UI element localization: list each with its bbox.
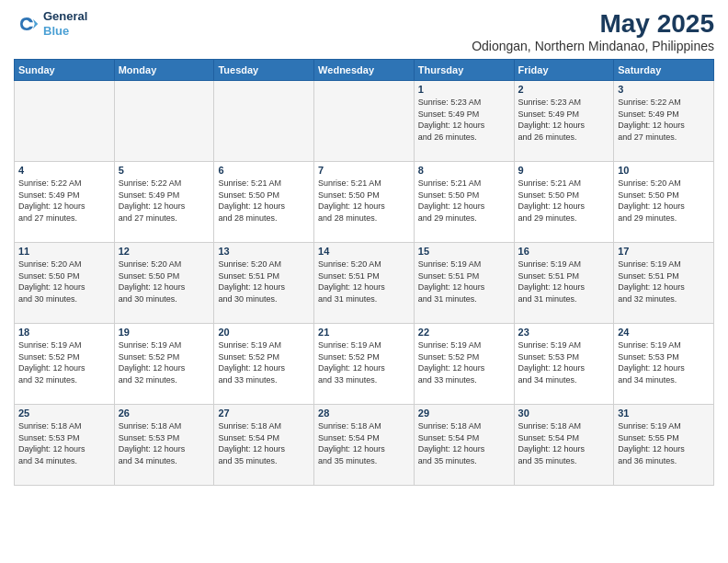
day-info: Sunrise: 5:18 AM Sunset: 5:53 PM Dayligh… bbox=[119, 420, 210, 466]
header: General Blue May 2025 Odiongan, Northern… bbox=[14, 9, 714, 53]
calendar-cell: 20Sunrise: 5:19 AM Sunset: 5:52 PM Dayli… bbox=[214, 324, 314, 405]
logo-icon bbox=[14, 11, 40, 37]
calendar-cell: 11Sunrise: 5:20 AM Sunset: 5:50 PM Dayli… bbox=[15, 243, 115, 324]
day-info: Sunrise: 5:18 AM Sunset: 5:54 PM Dayligh… bbox=[518, 420, 610, 466]
calendar-cell: 29Sunrise: 5:18 AM Sunset: 5:54 PM Dayli… bbox=[414, 405, 514, 486]
calendar-week-row: 25Sunrise: 5:18 AM Sunset: 5:53 PM Dayli… bbox=[15, 405, 714, 486]
day-number: 25 bbox=[18, 408, 110, 419]
day-number: 21 bbox=[318, 327, 410, 338]
day-info: Sunrise: 5:19 AM Sunset: 5:51 PM Dayligh… bbox=[518, 259, 610, 304]
day-info: Sunrise: 5:18 AM Sunset: 5:54 PM Dayligh… bbox=[418, 420, 510, 466]
day-info: Sunrise: 5:19 AM Sunset: 5:51 PM Dayligh… bbox=[618, 259, 710, 304]
main-title: May 2025 bbox=[472, 9, 714, 39]
calendar-cell: 17Sunrise: 5:19 AM Sunset: 5:51 PM Dayli… bbox=[614, 243, 714, 324]
day-number: 6 bbox=[218, 165, 310, 176]
calendar-cell: 4Sunrise: 5:22 AM Sunset: 5:49 PM Daylig… bbox=[15, 162, 115, 243]
calendar-cell: 12Sunrise: 5:20 AM Sunset: 5:50 PM Dayli… bbox=[114, 243, 214, 324]
weekday-header-monday: Monday bbox=[114, 60, 214, 81]
day-number: 14 bbox=[318, 246, 410, 257]
day-info: Sunrise: 5:18 AM Sunset: 5:53 PM Dayligh… bbox=[18, 420, 110, 466]
day-info: Sunrise: 5:19 AM Sunset: 5:52 PM Dayligh… bbox=[119, 339, 210, 385]
subtitle: Odiongan, Northern Mindanao, Philippines bbox=[472, 39, 714, 53]
calendar-cell: 18Sunrise: 5:19 AM Sunset: 5:52 PM Dayli… bbox=[15, 324, 115, 405]
day-info: Sunrise: 5:22 AM Sunset: 5:49 PM Dayligh… bbox=[618, 97, 710, 143]
day-info: Sunrise: 5:19 AM Sunset: 5:53 PM Dayligh… bbox=[518, 339, 610, 385]
weekday-header-friday: Friday bbox=[514, 60, 614, 81]
day-info: Sunrise: 5:19 AM Sunset: 5:52 PM Dayligh… bbox=[318, 339, 410, 385]
weekday-header-row: SundayMondayTuesdayWednesdayThursdayFrid… bbox=[15, 60, 714, 81]
calendar-cell: 30Sunrise: 5:18 AM Sunset: 5:54 PM Dayli… bbox=[514, 405, 614, 486]
calendar-cell: 1Sunrise: 5:23 AM Sunset: 5:49 PM Daylig… bbox=[414, 81, 514, 162]
day-number: 17 bbox=[618, 246, 710, 257]
logo-text: General Blue bbox=[43, 9, 87, 38]
day-info: Sunrise: 5:20 AM Sunset: 5:50 PM Dayligh… bbox=[18, 259, 110, 304]
calendar-week-row: 11Sunrise: 5:20 AM Sunset: 5:50 PM Dayli… bbox=[15, 243, 714, 324]
calendar-cell: 28Sunrise: 5:18 AM Sunset: 5:54 PM Dayli… bbox=[314, 405, 415, 486]
day-info: Sunrise: 5:20 AM Sunset: 5:51 PM Dayligh… bbox=[318, 259, 410, 304]
day-number: 29 bbox=[418, 408, 510, 419]
calendar-cell: 3Sunrise: 5:22 AM Sunset: 5:49 PM Daylig… bbox=[614, 81, 714, 162]
calendar-cell: 21Sunrise: 5:19 AM Sunset: 5:52 PM Dayli… bbox=[314, 324, 415, 405]
day-number: 11 bbox=[18, 246, 110, 257]
day-number: 9 bbox=[518, 165, 610, 176]
day-number: 2 bbox=[518, 84, 610, 95]
day-number: 27 bbox=[218, 408, 310, 419]
calendar-cell: 27Sunrise: 5:18 AM Sunset: 5:54 PM Dayli… bbox=[214, 405, 314, 486]
day-number: 10 bbox=[618, 165, 710, 176]
calendar-week-row: 1Sunrise: 5:23 AM Sunset: 5:49 PM Daylig… bbox=[15, 81, 714, 162]
calendar-cell: 19Sunrise: 5:19 AM Sunset: 5:52 PM Dayli… bbox=[114, 324, 214, 405]
day-info: Sunrise: 5:18 AM Sunset: 5:54 PM Dayligh… bbox=[218, 420, 310, 466]
calendar-cell bbox=[314, 81, 415, 162]
day-info: Sunrise: 5:19 AM Sunset: 5:52 PM Dayligh… bbox=[418, 339, 510, 385]
calendar-cell: 25Sunrise: 5:18 AM Sunset: 5:53 PM Dayli… bbox=[15, 405, 115, 486]
day-number: 5 bbox=[119, 165, 210, 176]
day-number: 20 bbox=[218, 327, 310, 338]
weekday-header-tuesday: Tuesday bbox=[214, 60, 314, 81]
day-info: Sunrise: 5:19 AM Sunset: 5:55 PM Dayligh… bbox=[618, 420, 710, 466]
day-number: 23 bbox=[518, 327, 610, 338]
day-number: 31 bbox=[618, 408, 710, 419]
title-area: May 2025 Odiongan, Northern Mindanao, Ph… bbox=[472, 9, 714, 53]
calendar-cell bbox=[114, 81, 214, 162]
day-info: Sunrise: 5:22 AM Sunset: 5:49 PM Dayligh… bbox=[18, 178, 110, 224]
day-number: 7 bbox=[318, 165, 410, 176]
day-number: 15 bbox=[418, 246, 510, 257]
day-number: 8 bbox=[418, 165, 510, 176]
day-info: Sunrise: 5:19 AM Sunset: 5:51 PM Dayligh… bbox=[418, 259, 510, 304]
calendar-cell: 15Sunrise: 5:19 AM Sunset: 5:51 PM Dayli… bbox=[414, 243, 514, 324]
day-number: 24 bbox=[618, 327, 710, 338]
day-info: Sunrise: 5:20 AM Sunset: 5:50 PM Dayligh… bbox=[618, 178, 710, 224]
day-info: Sunrise: 5:21 AM Sunset: 5:50 PM Dayligh… bbox=[218, 178, 310, 224]
calendar-cell: 6Sunrise: 5:21 AM Sunset: 5:50 PM Daylig… bbox=[214, 162, 314, 243]
day-info: Sunrise: 5:19 AM Sunset: 5:53 PM Dayligh… bbox=[618, 339, 710, 385]
day-number: 3 bbox=[618, 84, 710, 95]
calendar-cell: 31Sunrise: 5:19 AM Sunset: 5:55 PM Dayli… bbox=[614, 405, 714, 486]
day-info: Sunrise: 5:19 AM Sunset: 5:52 PM Dayligh… bbox=[18, 339, 110, 385]
day-info: Sunrise: 5:21 AM Sunset: 5:50 PM Dayligh… bbox=[518, 178, 610, 224]
logo: General Blue bbox=[14, 9, 87, 38]
calendar-cell: 16Sunrise: 5:19 AM Sunset: 5:51 PM Dayli… bbox=[514, 243, 614, 324]
calendar-week-row: 4Sunrise: 5:22 AM Sunset: 5:49 PM Daylig… bbox=[15, 162, 714, 243]
calendar-cell: 7Sunrise: 5:21 AM Sunset: 5:50 PM Daylig… bbox=[314, 162, 415, 243]
calendar-cell: 2Sunrise: 5:23 AM Sunset: 5:49 PM Daylig… bbox=[514, 81, 614, 162]
day-number: 12 bbox=[119, 246, 210, 257]
calendar-cell: 22Sunrise: 5:19 AM Sunset: 5:52 PM Dayli… bbox=[414, 324, 514, 405]
day-info: Sunrise: 5:20 AM Sunset: 5:50 PM Dayligh… bbox=[119, 259, 210, 304]
calendar-cell: 23Sunrise: 5:19 AM Sunset: 5:53 PM Dayli… bbox=[514, 324, 614, 405]
weekday-header-wednesday: Wednesday bbox=[314, 60, 415, 81]
day-info: Sunrise: 5:21 AM Sunset: 5:50 PM Dayligh… bbox=[418, 178, 510, 224]
day-number: 4 bbox=[18, 165, 110, 176]
day-info: Sunrise: 5:22 AM Sunset: 5:49 PM Dayligh… bbox=[119, 178, 210, 224]
day-number: 19 bbox=[119, 327, 210, 338]
calendar-cell bbox=[214, 81, 314, 162]
day-info: Sunrise: 5:18 AM Sunset: 5:54 PM Dayligh… bbox=[318, 420, 410, 466]
weekday-header-thursday: Thursday bbox=[414, 60, 514, 81]
day-number: 30 bbox=[518, 408, 610, 419]
calendar-cell: 24Sunrise: 5:19 AM Sunset: 5:53 PM Dayli… bbox=[614, 324, 714, 405]
calendar-cell: 14Sunrise: 5:20 AM Sunset: 5:51 PM Dayli… bbox=[314, 243, 415, 324]
day-number: 18 bbox=[18, 327, 110, 338]
day-number: 26 bbox=[119, 408, 210, 419]
day-number: 16 bbox=[518, 246, 610, 257]
page: General Blue May 2025 Odiongan, Northern… bbox=[0, 0, 728, 563]
calendar-week-row: 18Sunrise: 5:19 AM Sunset: 5:52 PM Dayli… bbox=[15, 324, 714, 405]
